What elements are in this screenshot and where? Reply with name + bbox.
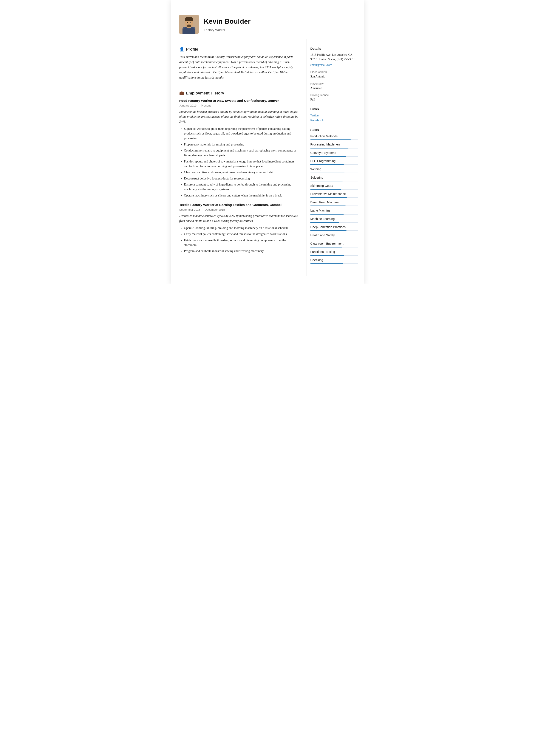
skill-item: Skimming Gears <box>310 183 358 190</box>
svg-point-6 <box>186 24 191 27</box>
profile-section: 👤 Profile Task driven and methodical Fac… <box>179 46 298 80</box>
header-info: Kevin Boulder Factory Worker <box>204 16 251 32</box>
svg-point-11 <box>188 24 189 24</box>
skill-item: Preventative Maintenance <box>310 192 358 198</box>
skill-bar-bg <box>310 173 358 173</box>
skill-bar-fill <box>310 247 342 247</box>
skill-bar-fill <box>310 264 343 264</box>
list-item: Fetch tools such as needle threaders, sc… <box>184 238 298 247</box>
skill-name: Lathe Machine <box>310 208 358 213</box>
skill-item: Soldering <box>310 175 358 182</box>
place-of-birth-label: Place of birth <box>310 70 358 74</box>
right-column: Details 1515 Pacific Ave, Los Angeles, C… <box>306 40 364 276</box>
skill-item: Deep Sanitation Practices <box>310 225 358 231</box>
job-1-bullets: Signal co-workers to guide them regardin… <box>179 126 298 198</box>
job-1-dates: January 2019 — Present <box>179 103 298 108</box>
job-2-bullets: Operate looming, knitting, braiding and … <box>179 226 298 254</box>
skills-section-title: Skills <box>310 127 358 132</box>
list-item: Carry material pallets containing fabric… <box>184 232 298 236</box>
skill-bar-fill <box>310 197 347 198</box>
skill-item: Cleanroom Environment <box>310 241 358 247</box>
svg-rect-5 <box>184 18 193 21</box>
skill-bar-fill <box>310 156 346 157</box>
skill-bar-fill <box>310 238 349 239</box>
skill-bar-fill <box>310 222 339 223</box>
list-item: Deconstruct defective food products for … <box>184 176 298 181</box>
profile-text: Task driven and methodical Factory Worke… <box>179 54 298 80</box>
list-item: Position spouts and chutes of raw materi… <box>184 159 298 169</box>
skill-name: Soldering <box>310 175 358 180</box>
skill-bar-bg <box>310 164 358 165</box>
skill-item: Health and Safety <box>310 233 358 239</box>
skill-bar-bg <box>310 148 358 149</box>
list-item: Signal co-workers to guide them regardin… <box>184 126 298 141</box>
links-section: Links Twitter Facebook <box>310 107 358 123</box>
list-item: Conduct minor repairs to equipment and m… <box>184 148 298 158</box>
skill-name: Deep Sanitation Practices <box>310 225 358 229</box>
skill-bar-fill <box>310 255 344 256</box>
skill-item: Welding <box>310 167 358 173</box>
profile-icon: 👤 <box>179 46 184 52</box>
resume-page: Kevin Boulder Factory Worker 👤 Profile T… <box>171 0 364 284</box>
candidate-title: Factory Worker <box>204 28 251 32</box>
skills-section: Skills Production Methods Processing Mac… <box>310 127 358 264</box>
skill-bar-bg <box>310 222 358 223</box>
nationality-value: American <box>310 86 358 91</box>
skill-bar-fill <box>310 214 344 214</box>
skill-name: PLC Programming <box>310 159 358 163</box>
skill-bar-fill <box>310 164 344 165</box>
skill-item: Conveyor Systems <box>310 151 358 157</box>
profile-section-title: 👤 Profile <box>179 46 298 52</box>
skill-bar-bg <box>310 156 358 157</box>
place-of-birth-value: San Antonio <box>310 74 358 79</box>
skill-bar-bg <box>310 189 358 190</box>
skill-bar-bg <box>310 181 358 182</box>
skill-bar-bg <box>310 255 358 256</box>
skill-bar-bg <box>310 197 358 198</box>
skill-bar-bg <box>310 139 358 140</box>
skill-item: Processing Machinery <box>310 142 358 148</box>
link-twitter[interactable]: Twitter <box>310 113 358 118</box>
skill-name: Processing Machinery <box>310 142 358 147</box>
skill-bar-bg <box>310 247 358 247</box>
main-layout: 👤 Profile Task driven and methodical Fac… <box>171 40 364 276</box>
left-column: 👤 Profile Task driven and methodical Fac… <box>171 40 306 266</box>
job-2-title: Textile Factory Worker at Borning Textil… <box>179 203 298 208</box>
detail-email[interactable]: email@email.com <box>310 63 332 67</box>
job-1-title: Food Factory Worker at ABC Sweets and Co… <box>179 98 298 103</box>
skill-bar-bg <box>310 238 358 239</box>
header-section: Kevin Boulder Factory Worker <box>171 9 364 40</box>
skill-name: Welding <box>310 167 358 172</box>
skills-list: Production Methods Processing Machinery … <box>310 134 358 264</box>
job-1: Food Factory Worker at ABC Sweets and Co… <box>179 98 298 198</box>
skill-item: Checking <box>310 258 358 264</box>
skill-name: Checking <box>310 258 358 262</box>
skill-name: Skimming Gears <box>310 183 358 188</box>
driving-license-label: Driving license <box>310 93 358 97</box>
job-2: Textile Factory Worker at Borning Textil… <box>179 203 298 253</box>
link-facebook[interactable]: Facebook <box>310 118 358 123</box>
skill-name: Machine Learning <box>310 217 358 221</box>
skill-bar-bg <box>310 230 358 231</box>
job-2-dates: September 2016 — December 2018 <box>179 208 298 212</box>
avatar <box>179 14 199 34</box>
skill-name: Preventative Maintenance <box>310 192 358 196</box>
skill-item: Direct Feed Machine <box>310 200 358 206</box>
links-section-title: Links <box>310 107 358 112</box>
details-section-title: Details <box>310 46 358 51</box>
list-item: Clean and sanitize work areas, equipment… <box>184 170 298 175</box>
employment-icon: 💼 <box>179 90 184 96</box>
employment-section-title: 💼 Employment History <box>179 90 298 96</box>
job-2-desc: Decreased machine shutdown cycles by 40%… <box>179 213 298 223</box>
driving-license-value: Full <box>310 98 358 102</box>
skill-item: Machine Learning <box>310 217 358 223</box>
skill-bar-fill <box>310 206 346 206</box>
list-item: Operate machinery such as slicers and cu… <box>184 193 298 198</box>
skill-name: Health and Safety <box>310 233 358 238</box>
skill-name: Functional Testing <box>310 250 358 254</box>
skill-bar-fill <box>310 181 343 182</box>
skill-name: Production Methods <box>310 134 358 139</box>
svg-point-10 <box>190 22 191 23</box>
skill-bar-fill <box>310 139 351 140</box>
details-section: Details 1515 Pacific Ave, Los Angeles, C… <box>310 46 358 102</box>
